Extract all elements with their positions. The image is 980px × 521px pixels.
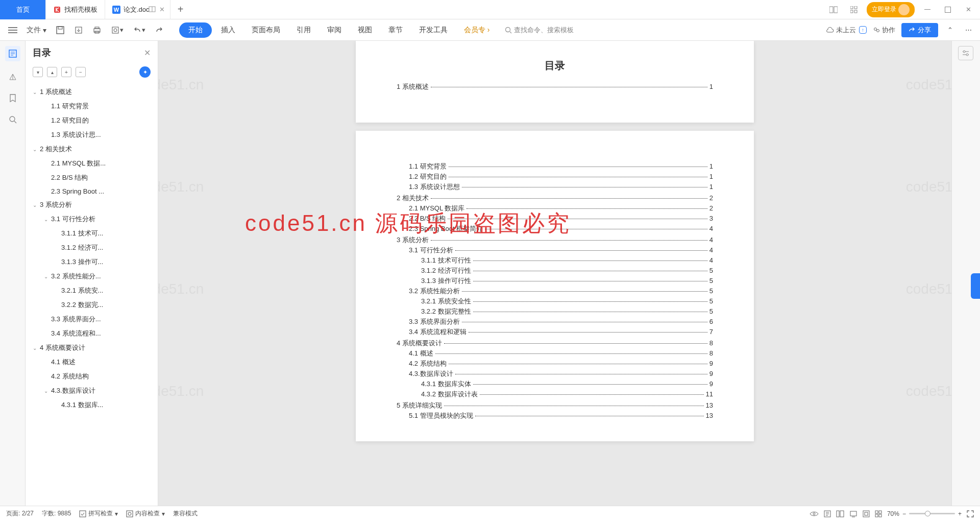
outline-item[interactable]: 1.1 研究背景 bbox=[30, 99, 156, 113]
outline-item[interactable]: 4.2 系统结构 bbox=[30, 369, 156, 384]
toc-entry[interactable]: 1.3 系统设计思想1 bbox=[397, 182, 713, 192]
view-reading-icon[interactable] bbox=[810, 511, 819, 517]
outline-item[interactable]: 3.1.1 技术可... bbox=[30, 226, 156, 241]
view-print-icon[interactable] bbox=[824, 510, 831, 517]
tab-document[interactable]: W 论文.doc ✕ bbox=[105, 0, 170, 19]
toc-entry[interactable]: 4.3.1 数据库实体9 bbox=[397, 379, 713, 389]
zoom-out-button[interactable]: − bbox=[902, 510, 906, 517]
menu-layout[interactable]: 页面布局 bbox=[244, 22, 287, 38]
split-icon[interactable] bbox=[149, 6, 157, 14]
menu-vip[interactable]: 会员专 › bbox=[457, 22, 497, 38]
toc-entry[interactable]: 2.1 MYSQL 数据库2 bbox=[397, 203, 713, 214]
toc-entry[interactable]: 4.1 概述8 bbox=[397, 348, 713, 359]
toc-entry[interactable]: 3 系统分析4 bbox=[397, 235, 713, 245]
outline-item[interactable]: 2.2 B/S 结构 bbox=[30, 171, 156, 185]
zoom-slider[interactable] bbox=[909, 513, 955, 514]
toc-entry[interactable]: 3.1 可行性分析4 bbox=[397, 245, 713, 255]
view-web-icon[interactable] bbox=[849, 510, 857, 517]
toc-entry[interactable]: 3.1.3 操作可行性5 bbox=[397, 276, 713, 286]
toc-entry[interactable]: 5 系统详细实现13 bbox=[397, 400, 713, 411]
outline-item[interactable]: 3.2.1 系统安... bbox=[30, 283, 156, 298]
toc-entry[interactable]: 3.3 系统界面分析6 bbox=[397, 317, 713, 327]
outline-item[interactable]: 4.3.1 数据库... bbox=[30, 398, 156, 412]
close-outline-icon[interactable]: ✕ bbox=[144, 48, 151, 58]
share-button[interactable]: 分享 bbox=[901, 23, 938, 37]
toc-entry[interactable]: 2.2 B/S 结构3 bbox=[397, 214, 713, 224]
view-outline-icon[interactable] bbox=[836, 510, 844, 517]
outline-item[interactable]: 3.3 系统界面分... bbox=[30, 312, 156, 326]
page-indicator[interactable]: 页面: 2/27 bbox=[6, 509, 34, 518]
outline-item[interactable]: ⌄2 相关技术 bbox=[30, 142, 156, 156]
toc-entry[interactable]: 3.2.1 系统安全性5 bbox=[397, 296, 713, 306]
content-check-button[interactable]: 内容检查 ▾ bbox=[126, 509, 165, 518]
outline-item[interactable]: 3.4 系统流程和... bbox=[30, 326, 156, 341]
toc-entry[interactable]: 3.1.2 经济可行性5 bbox=[397, 266, 713, 276]
toc-entry[interactable]: 2 相关技术2 bbox=[397, 193, 713, 203]
outline-list[interactable]: ⌄1 系统概述1.1 研究背景1.2 研究目的1.3 系统设计思...⌄2 相关… bbox=[26, 80, 158, 506]
toc-entry[interactable]: 2.3 Spring Boot 框架简介4 bbox=[397, 224, 713, 234]
view-grid-icon[interactable] bbox=[875, 510, 882, 517]
print-icon[interactable] bbox=[89, 23, 105, 37]
remove-item-icon[interactable]: − bbox=[76, 67, 86, 77]
close-tab-icon[interactable]: ✕ bbox=[158, 5, 167, 14]
outline-icon[interactable] bbox=[5, 46, 20, 61]
menu-icon[interactable] bbox=[5, 25, 20, 36]
menu-devtools[interactable]: 开发工具 bbox=[412, 22, 455, 38]
expand-all-icon[interactable]: ▴ bbox=[47, 67, 57, 77]
toc-entry[interactable]: 3.1.1 技术可行性4 bbox=[397, 255, 713, 266]
bookmark-icon[interactable] bbox=[7, 92, 19, 104]
outline-item[interactable]: ⌄3.1 可行性分析 bbox=[30, 212, 156, 226]
shape-icon[interactable] bbox=[7, 70, 19, 83]
menu-review[interactable]: 审阅 bbox=[320, 22, 349, 38]
outline-item[interactable]: 2.1 MYSQL 数据... bbox=[30, 156, 156, 171]
toc-entry[interactable]: 4.3.数据库设计9 bbox=[397, 369, 713, 379]
toc-entry[interactable]: 4.2 系统结构9 bbox=[397, 359, 713, 369]
add-item-icon[interactable]: + bbox=[61, 67, 71, 77]
toc-entry[interactable]: 1 系统概述1 bbox=[397, 82, 713, 92]
collapse-ribbon-icon[interactable]: ⌃ bbox=[944, 24, 956, 36]
outline-item[interactable]: 3.1.3 操作可... bbox=[30, 255, 156, 269]
zoom-in-button[interactable]: + bbox=[958, 510, 962, 517]
side-handle[interactable] bbox=[971, 273, 980, 299]
outline-item[interactable]: 1.2 研究目的 bbox=[30, 113, 156, 128]
toc-entry[interactable]: 1.1 研究背景1 bbox=[397, 161, 713, 172]
toc-entry[interactable]: 1.2 研究目的1 bbox=[397, 172, 713, 182]
outline-item[interactable]: ⌄3.2 系统性能分... bbox=[30, 269, 156, 283]
outline-item[interactable]: 4.1 概述 bbox=[30, 355, 156, 369]
toc-entry[interactable]: 3.2 系统性能分析5 bbox=[397, 286, 713, 296]
toc-entry[interactable]: 5.1 管理员模块的实现13 bbox=[397, 411, 713, 421]
outline-item[interactable]: ⌄1 系统概述 bbox=[30, 85, 156, 99]
redo-icon[interactable] bbox=[152, 25, 167, 36]
window-minimize[interactable] bbox=[920, 2, 935, 17]
more-icon[interactable]: ⋯ bbox=[962, 24, 975, 36]
word-count[interactable]: 字数: 9885 bbox=[42, 509, 71, 518]
spellcheck-button[interactable]: 拼写检查 ▾ bbox=[79, 509, 118, 518]
outline-item[interactable]: ⌄3 系统分析 bbox=[30, 198, 156, 212]
fullscreen-icon[interactable] bbox=[967, 510, 974, 517]
outline-item[interactable]: ⌄4.3.数据库设计 bbox=[30, 384, 156, 398]
toc-entry[interactable]: 4 系统概要设计8 bbox=[397, 338, 713, 348]
window-close[interactable]: ✕ bbox=[961, 2, 976, 17]
menu-view[interactable]: 视图 bbox=[351, 22, 379, 38]
toc-entry[interactable]: 3.2.2 数据完整性5 bbox=[397, 306, 713, 317]
file-menu[interactable]: 文件 ▾ bbox=[23, 23, 50, 37]
new-tab-button[interactable]: + bbox=[170, 0, 191, 19]
toc-entry[interactable]: 3.4 系统流程和逻辑7 bbox=[397, 327, 713, 337]
collab-button[interactable]: 协作 bbox=[873, 26, 895, 35]
export-icon[interactable] bbox=[71, 23, 86, 37]
menu-start[interactable]: 开始 bbox=[179, 22, 212, 38]
login-button[interactable]: 立即登录 bbox=[867, 2, 915, 17]
outline-item[interactable]: 2.3 Spring Boot ... bbox=[30, 185, 156, 198]
search-panel-icon[interactable] bbox=[7, 113, 19, 126]
outline-item[interactable]: 3.2.2 数据完... bbox=[30, 298, 156, 312]
cloud-status[interactable]: 未上云↑ bbox=[826, 26, 867, 35]
menu-insert[interactable]: 插入 bbox=[214, 22, 242, 38]
apps-icon[interactable] bbox=[846, 2, 862, 17]
zoom-control[interactable]: 70% − + bbox=[887, 510, 962, 517]
command-search[interactable]: 查找命令、搜索模板 bbox=[505, 26, 574, 35]
settings-icon[interactable] bbox=[958, 46, 973, 60]
collapse-all-icon[interactable]: ▾ bbox=[33, 67, 43, 77]
ai-assist-icon[interactable]: ✦ bbox=[139, 66, 151, 78]
view-focus-icon[interactable] bbox=[863, 510, 870, 517]
tab-template[interactable]: 找稻壳模板 bbox=[46, 0, 105, 19]
